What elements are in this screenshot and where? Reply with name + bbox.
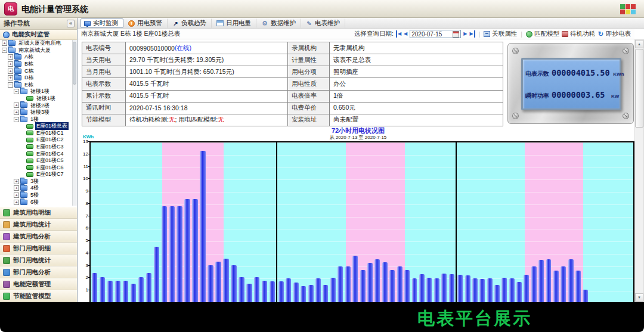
last-date-button[interactable] (469, 30, 475, 38)
usage-bar (270, 281, 275, 302)
scroll-down-arrow[interactable]: ▼ (635, 293, 643, 302)
accordion-item[interactable]: 建筑用电统计 (0, 219, 77, 231)
match-model-button[interactable]: 匹配模型 (526, 30, 559, 38)
tree-node[interactable]: E座01楼C1 (0, 130, 72, 137)
screw-icon (512, 113, 519, 119)
app-window: 电 电能计量管理系统 操作导航 电能实时监管 +新城大厦变电所电−南京新城大厦+… (0, 0, 644, 332)
usage-bar (538, 260, 544, 302)
accordion-item-label: 部门用电分析 (13, 268, 51, 277)
collapse-toggle-icon[interactable]: − (8, 82, 13, 88)
collapse-toggle-icon[interactable]: − (14, 117, 19, 122)
toolbar-button-realtime[interactable]: 实时监测 (80, 18, 123, 28)
tree-scrollbar[interactable] (72, 40, 77, 206)
content-scrollbar-thumb[interactable] (635, 49, 643, 128)
action-label: 关联属性 (492, 30, 517, 38)
bar-slot (471, 142, 478, 302)
tree-node[interactable]: +B栋 (0, 61, 72, 68)
panel-realtime-monitor[interactable]: 电能实时监管 (0, 30, 77, 40)
tree-node[interactable]: E座01楼C6 (0, 164, 72, 171)
tree-node[interactable]: +裙楼3楼 (0, 109, 72, 116)
collapse-toggle-icon[interactable]: − (2, 48, 7, 53)
sidebar-accordion: 建筑用电明细建筑用电统计建筑用电分析部门用电明细部门用电统计部门用电分析电能定额… (0, 207, 77, 302)
date-input[interactable]: 2020-07-15 (410, 30, 461, 38)
tree-scrollbar-thumb[interactable] (73, 42, 76, 85)
prev-date-button[interactable] (404, 30, 407, 38)
expand-toggle-icon[interactable]: + (8, 75, 13, 80)
expand-toggle-icon[interactable]: + (14, 200, 19, 205)
accordion-item[interactable]: 建筑用电分析 (0, 231, 77, 243)
tree-node[interactable]: +4楼 (0, 185, 72, 192)
first-date-button[interactable] (396, 30, 401, 38)
usage-bar (531, 266, 537, 302)
usage-bar (449, 274, 454, 302)
standby-power-button[interactable]: 待机功耗 (562, 30, 595, 38)
theme-picker-icon[interactable] (620, 4, 636, 14)
tree-node[interactable]: E座01楼总表 (0, 123, 72, 130)
tree-node[interactable]: −南京新城大厦 (0, 47, 72, 54)
tree-node[interactable]: +C栋 (0, 67, 72, 75)
bar-slot (508, 142, 515, 302)
tree-node[interactable]: +A栋 (0, 54, 72, 61)
accordion-item[interactable]: 节能监管模型 (0, 290, 77, 302)
expand-toggle-icon[interactable]: + (14, 110, 19, 115)
tree-node[interactable]: E座01楼C7 (0, 171, 72, 178)
calendar-icon[interactable] (453, 31, 459, 38)
expand-toggle-icon[interactable]: + (8, 54, 13, 60)
accordion-item[interactable]: 部门用电统计 (0, 255, 77, 266)
bar-slot (215, 142, 222, 302)
content-scrollbar[interactable]: ▲ ▼ (634, 39, 644, 302)
tree-node[interactable]: −1楼 (0, 116, 72, 123)
tree-node[interactable]: E座01楼C4 (0, 150, 72, 157)
usage-bar (516, 282, 522, 302)
link-properties-button[interactable]: 关联属性 (484, 30, 517, 38)
tree-node[interactable]: E座01楼C3 (0, 144, 72, 151)
tree-node[interactable]: +D栋 (0, 75, 72, 82)
tree-node[interactable]: E座01楼C5 (0, 157, 72, 165)
tree-node[interactable]: +新城大厦变电所电 (0, 40, 72, 47)
toolbar-button-meter-maintain[interactable]: 电表维护 (302, 18, 345, 28)
bar-slot (611, 142, 618, 302)
properties-window-icon (484, 31, 490, 37)
toolbar-button-data-maintain[interactable]: 数据维护 (258, 18, 301, 28)
accordion-item[interactable]: 部门用电明细 (0, 243, 77, 255)
screw-icon (512, 48, 519, 54)
tree-node[interactable]: −裙楼1楼 (0, 88, 72, 95)
collapse-sidebar-button[interactable] (67, 20, 75, 27)
tree-node[interactable]: +6楼 (0, 198, 72, 206)
usage-bar (546, 259, 552, 302)
next-date-button[interactable] (463, 30, 467, 38)
toolbar-button-warning[interactable]: 用电预警 (125, 18, 168, 28)
bar-slot (537, 142, 544, 302)
tree-node[interactable]: E座01楼C2 (0, 136, 72, 144)
usage-bar (115, 281, 120, 302)
tree-node[interactable]: +3楼 (0, 178, 72, 185)
expand-toggle-icon[interactable]: + (14, 103, 19, 108)
expand-toggle-icon[interactable]: + (2, 41, 7, 46)
accordion-item[interactable]: 建筑用电明细 (0, 207, 77, 219)
collapse-toggle-icon[interactable]: − (14, 89, 19, 94)
toolbar-button-load-trend[interactable]: 负载趋势 (169, 18, 212, 28)
expand-toggle-icon[interactable]: + (14, 193, 19, 198)
usage-bar (162, 206, 167, 302)
usage-bar (434, 278, 439, 302)
expand-toggle-icon[interactable]: + (14, 179, 19, 184)
tree-node[interactable]: +裙楼2楼 (0, 102, 72, 109)
online-status-link[interactable]: (在线) (175, 44, 191, 52)
read-meter-now-button[interactable]: 即抄电表 (597, 30, 631, 38)
accordion-item[interactable]: 部门用电分析 (0, 266, 77, 278)
usage-bar (419, 274, 425, 302)
bar-slot (160, 142, 168, 302)
tree-node[interactable]: −E栋 (0, 81, 72, 88)
scroll-up-arrow[interactable]: ▲ (635, 40, 643, 48)
y-axis-tick-mark (88, 228, 90, 228)
tree-node[interactable]: 裙楼1楼 (0, 95, 72, 103)
accordion-item[interactable]: 电能定额管理 (0, 278, 77, 290)
usage-bar (123, 281, 128, 302)
tree-node[interactable]: +5楼 (0, 192, 72, 199)
value-text: 29.70 千瓦时(当天耗费: 19.305元) (129, 56, 224, 64)
usage-bar (286, 278, 291, 302)
expand-toggle-icon[interactable]: + (8, 69, 13, 74)
expand-toggle-icon[interactable]: + (8, 61, 13, 67)
toolbar-button-daily-usage[interactable]: 日用电量 (213, 18, 256, 28)
expand-toggle-icon[interactable]: + (14, 185, 19, 191)
